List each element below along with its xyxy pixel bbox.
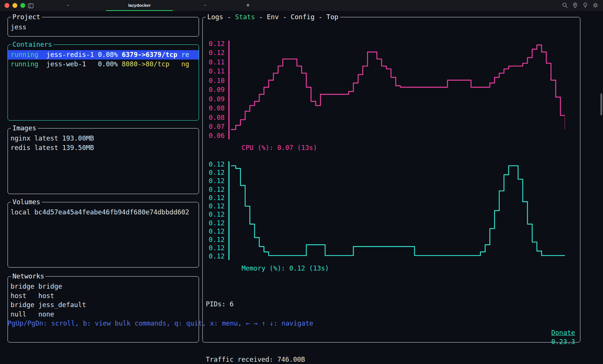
network-row: bridge jess_default [11,300,196,310]
traffic-received-value: Traffic received: 746.00B [206,355,305,364]
container-state: running [11,51,38,58]
text-segment: - [255,13,267,21]
container-cpu: 0.08% [98,51,122,58]
project-panel[interactable]: Project jess [8,17,199,37]
container-name: jess-web-1 [46,60,86,68]
y-axis-tick: 0.12 [205,50,225,57]
network-row: bridge bridge [11,282,196,291]
text-segment: - [279,13,291,21]
memory-chart: 0.120.120.120.120.120.120.120.120.120.12… [205,161,565,260]
container-name: jess-redis-1 [46,51,94,58]
minimize-button[interactable] [12,3,17,8]
tab-overview-icon[interactable] [28,3,34,10]
memory-axis-line [228,161,230,260]
network-row: host host [11,291,196,301]
y-axis-tick: 0.10 [205,78,225,84]
active-tab-label: lazydocker [128,3,150,8]
main-view-tabs[interactable]: Logs - Stats - Env - Config - Top [206,13,340,21]
y-axis-tick: 0.12 [205,195,225,202]
tab-shell-1[interactable]: ~ [57,0,79,11]
text-segment [94,51,98,58]
cpu-caption: CPU (%): 0.07 (13s) [242,143,317,153]
tab-config[interactable]: Config [291,13,314,21]
tab-logs[interactable]: Logs [207,13,223,21]
y-axis-tick: 0.12 [205,211,225,218]
container-row[interactable]: running jess-web-1 0.00% 8080->80/tcp ng [8,60,199,69]
y-axis-tick: 0.12 [205,237,225,243]
container-image: ng [181,60,189,68]
titlebar-actions [562,2,598,8]
containers-panel-title: Containers [11,40,54,49]
text-segment [38,60,46,68]
pin-icon[interactable] [572,2,578,8]
container-ports: 6379->6379/tcp [122,51,178,58]
traffic-lights [5,3,25,8]
search-icon[interactable] [562,2,568,8]
text-segment [178,51,182,58]
tab-stats[interactable]: Stats [235,13,255,21]
stats-panel[interactable]: Logs - Stats - Env - Config - Top 0.120.… [202,17,580,343]
memory-caption: Memory (%): 0.12 (13s) [242,264,329,273]
y-axis-tick: 0.08 [205,115,225,121]
y-axis-tick: 0.06 [205,133,225,139]
titlebar: ~ lazydocker ~ + [0,0,603,11]
y-axis-tick: 0.12 [205,187,225,193]
terminal-content: Project jess Containers running jess-red… [0,11,603,364]
donate-link[interactable]: Donate [551,329,575,336]
y-axis-tick: 0.12 [205,203,225,210]
lightbulb-icon[interactable] [582,2,588,8]
container-row[interactable]: running jess-redis-1 0.08% 6379->6379/tc… [8,50,199,60]
version-label: 0.23.3 [551,338,575,346]
cpu-chart: 0.120.120.110.110.100.090.090.080.080.07… [205,41,565,139]
new-tab-button[interactable]: + [244,0,252,11]
keybindings-help: PgUp/PgDn: scroll, b: view bulk commands… [8,319,313,356]
y-axis-tick: 0.11 [205,68,225,75]
y-axis-tick: 0.12 [205,170,225,176]
cpu-axis-line [228,41,230,139]
container-ports: 8080->80/tcp [122,60,169,68]
networks-panel-title: Networks [11,272,46,280]
tab-env[interactable]: Env [267,13,279,21]
statusbar-right: Donate 0.23.3 [519,319,580,356]
project-name: jess [11,23,196,32]
containers-panel[interactable]: Containers running jess-redis-1 0.08% 63… [8,44,199,121]
gear-icon[interactable] [592,2,598,8]
y-axis-tick: 0.12 [205,178,225,185]
volumes-panel-title: Volumes [11,198,42,206]
text-segment: - [223,13,235,21]
tab-top[interactable]: Top [326,13,338,21]
volumes-panel[interactable]: Volumes local bc4d57ea45a4feabe46fb94df6… [8,202,199,268]
cpu-y-axis: 0.120.120.110.110.100.090.090.080.080.07… [205,41,225,139]
cpu-series [231,41,565,139]
y-axis-tick: 0.07 [205,124,225,130]
y-axis-tick: 0.08 [205,105,225,112]
tab-shell-2[interactable]: ~ [194,0,216,11]
y-axis-tick: 0.12 [205,220,225,227]
text-segment [86,60,98,68]
y-axis-tick: 0.12 [205,253,225,260]
y-axis-tick: 0.12 [205,228,225,235]
project-panel-title: Project [11,13,42,21]
y-axis-tick: 0.12 [205,161,225,168]
volume-row: local bc4d57ea45a4feabe46fb94df680e74dbb… [11,208,196,217]
container-state: running [11,60,38,68]
text-segment: - [315,13,327,21]
tab-lazydocker[interactable]: lazydocker [106,0,173,11]
images-panel[interactable]: Images nginx latest 193.00MBredis latest… [8,128,199,194]
text-segment [38,51,46,58]
zoom-button[interactable] [20,3,25,8]
networks-list: bridge bridgehost hostbridge jess_defaul… [8,277,199,319]
scrollbar-thumb[interactable] [600,93,602,115]
network-row: null none [11,310,196,319]
memory-y-axis: 0.120.120.120.120.120.120.120.120.120.12… [205,161,225,260]
image-row: nginx latest 193.00MB [11,134,196,143]
container-cpu: 0.00% [98,60,122,68]
y-axis-tick: 0.09 [205,87,225,93]
y-axis-tick: 0.12 [205,41,225,47]
container-image: re [181,51,189,58]
memory-series [231,161,565,260]
close-button[interactable] [5,3,9,8]
y-axis-tick: 0.11 [205,59,225,66]
y-axis-tick: 0.09 [205,96,225,103]
images-panel-title: Images [11,124,38,132]
